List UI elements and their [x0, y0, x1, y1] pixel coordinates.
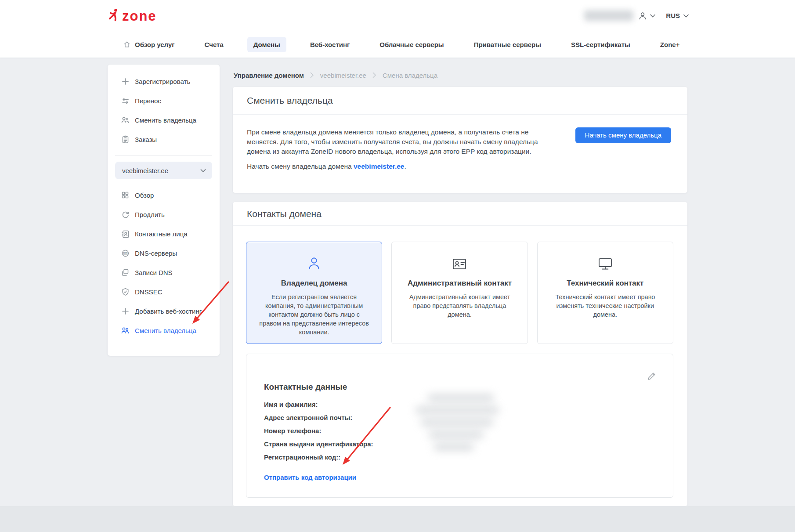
sidebar-item-dns-records[interactable]: Записи DNS — [108, 263, 220, 282]
dns-globe-icon: DNS — [120, 249, 130, 258]
page: zone RUS — [0, 0, 795, 532]
page-bottom-strip — [0, 506, 795, 532]
contact-type-title: Владелец домена — [281, 279, 347, 288]
send-auth-code-link[interactable]: Отправить код авторизации — [264, 474, 356, 481]
monitor-icon — [597, 255, 614, 273]
sidebar-item-add-web-hosting[interactable]: Добавить веб-хостинг — [108, 301, 220, 321]
id-card-icon — [451, 255, 468, 273]
nav-label: Домены — [253, 41, 280, 48]
people-icon — [120, 326, 130, 335]
account-menu[interactable] — [638, 11, 655, 21]
sidebar-item-label: Записи DNS — [135, 269, 173, 276]
chevron-down-icon — [650, 14, 655, 18]
clipboard-icon — [120, 135, 130, 144]
contact-type-row: Владелец домена Если регистрантом являет… — [246, 242, 673, 344]
sidebar-item-contact-persons[interactable]: Контактные лица — [108, 224, 220, 243]
sidebar-item-transfer[interactable]: Перенос — [108, 91, 220, 110]
shield-check-icon — [120, 287, 130, 297]
nav-ssl-certificates[interactable]: SSL-сертификаты — [565, 37, 636, 52]
sidebar-item-register[interactable]: Зарегистрировать — [108, 72, 220, 91]
sidebar-item-label: Обзор — [135, 192, 154, 199]
breadcrumb: Управление доменом veebimeister.ee Смена… — [234, 69, 687, 81]
action-line-prefix: Начать смену владельца домена — [247, 163, 354, 170]
nav-zone-plus[interactable]: Zone+ — [654, 37, 686, 52]
chevron-down-icon — [683, 14, 689, 18]
nav-label: Обзор услуг — [135, 41, 175, 48]
sidebar-item-change-owner-top[interactable]: Сменить владельца — [108, 110, 220, 130]
main-content: Управление доменом veebimeister.ee Смена… — [233, 58, 687, 506]
sidebar-item-dnssec[interactable]: DNSSEC — [108, 282, 220, 301]
contact-type-description: Административный контакт имеет право пре… — [402, 293, 517, 319]
blurred-value — [416, 407, 499, 413]
sidebar-item-change-owner[interactable]: Сменить владельца — [108, 321, 220, 340]
domain-sidebar: Зарегистрировать Перенос Сменить владель… — [108, 65, 220, 356]
contact-type-description: Технический контакт имеет право изменять… — [548, 293, 662, 319]
grid-icon — [120, 191, 130, 199]
blurred-value — [429, 431, 484, 438]
person-icon — [638, 11, 647, 21]
chevron-down-icon — [200, 169, 206, 173]
contact-type-tech[interactable]: Технический контакт Технический контакт … — [537, 242, 673, 344]
nav-domains[interactable]: Домены — [247, 37, 286, 52]
sidebar-item-label: DNS-серверы — [135, 250, 177, 257]
transfer-arrows-icon — [120, 96, 130, 105]
blurred-value — [421, 419, 493, 426]
sidebar-item-renew[interactable]: Продлить — [108, 205, 220, 224]
contact-card-icon — [120, 229, 130, 239]
change-owner-body: При смене владельца домена меняется толь… — [233, 115, 687, 170]
breadcrumb-domain[interactable]: veebimeister.ee — [320, 72, 366, 79]
language-label: RUS — [666, 12, 680, 19]
start-owner-change-button[interactable]: Начать смену владельца — [575, 127, 671, 143]
domain-selector[interactable]: veebimeister.ee — [115, 162, 212, 179]
sidebar-item-label: Перенос — [135, 97, 161, 105]
nav-label: Zone+ — [660, 41, 680, 48]
breadcrumb-domain-management[interactable]: Управление доменом — [234, 72, 304, 79]
card-title: Контакты домена — [233, 202, 687, 226]
top-header: zone RUS — [0, 0, 795, 31]
copy-icon — [120, 268, 130, 277]
change-owner-description: При смене владельца домена меняется толь… — [247, 127, 556, 156]
nav-invoices[interactable]: Счета — [199, 37, 230, 52]
nav-label: Счета — [205, 41, 224, 48]
nav-label: Веб-хостинг — [310, 41, 350, 48]
contact-type-admin[interactable]: Административный контакт Административны… — [391, 242, 528, 344]
contact-type-owner[interactable]: Владелец домена Если регистрантом являет… — [246, 242, 382, 344]
pencil-icon[interactable] — [647, 372, 656, 381]
sidebar-item-dns-servers[interactable]: DNS DNS-серверы — [108, 243, 220, 263]
sidebar-item-label: Контактные лица — [135, 230, 188, 238]
nav-private-servers[interactable]: Приватные серверы — [468, 37, 547, 52]
nav-services-overview[interactable]: Обзор услуг — [117, 36, 181, 52]
svg-text:DNS: DNS — [123, 252, 127, 254]
sidebar-item-overview[interactable]: Обзор — [108, 185, 220, 205]
sidebar-item-label: Добавить веб-хостинг — [135, 308, 202, 315]
sidebar-item-label: Заказы — [135, 136, 157, 143]
blurred-value — [428, 394, 494, 401]
sidebar-item-label: Зарегистрировать — [135, 78, 190, 85]
domain-link[interactable]: veebimeister.ee — [354, 163, 404, 170]
action-line-suffix: . — [404, 163, 406, 170]
zone-logo[interactable]: zone — [107, 0, 157, 31]
chevron-right-icon — [372, 72, 376, 78]
blurred-value — [434, 444, 473, 450]
nav-web-hosting[interactable]: Веб-хостинг — [304, 37, 356, 52]
card-title: Сменить владельца — [233, 87, 687, 115]
selected-domain: veebimeister.ee — [122, 167, 168, 174]
logo-wordmark: zone — [122, 9, 157, 23]
contact-type-title: Технический контакт — [567, 279, 643, 288]
nav-label: SSL-сертификаты — [571, 41, 630, 48]
nav-label: Приватные серверы — [474, 41, 541, 48]
nav-cloud-servers[interactable]: Облачные серверы — [373, 37, 450, 52]
sidebar-item-label: Сменить владельца — [135, 327, 196, 334]
language-switcher[interactable]: RUS — [666, 12, 689, 19]
sidebar-item-label: Сменить владельца — [135, 116, 196, 124]
sidebar-divider — [115, 155, 212, 156]
contact-details-box: Контактные данные Имя и фамилия: Адрес э… — [246, 354, 673, 498]
runner-icon — [107, 8, 119, 24]
breadcrumb-change-owner: Смена владельца — [383, 72, 437, 79]
sidebar-item-orders[interactable]: Заказы — [108, 130, 220, 149]
nav-label: Облачные серверы — [379, 41, 444, 48]
main-navigation: Обзор услуг Счета Домены Веб-хостинг Обл… — [0, 31, 795, 58]
change-owner-card: Сменить владельца При смене владельца до… — [233, 87, 687, 193]
chevron-right-icon — [310, 72, 314, 78]
sidebar-item-label: Продлить — [135, 211, 165, 218]
